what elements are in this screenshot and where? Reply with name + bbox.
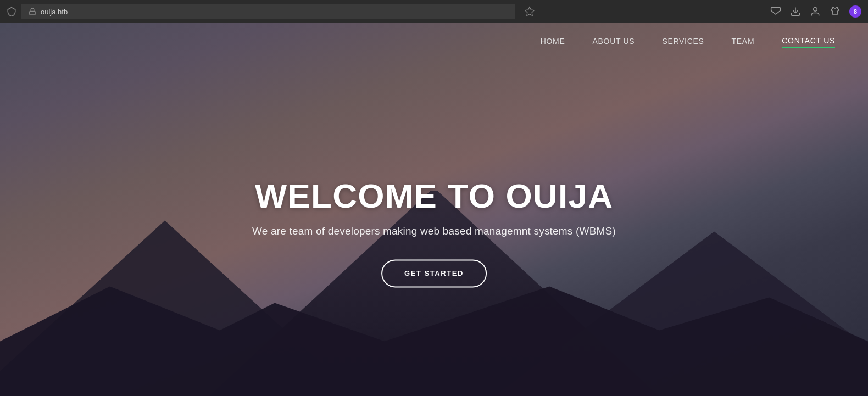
url-text: ouija.htb — [41, 8, 68, 16]
hero-content: WELCOME TO OUIJA We are team of develope… — [252, 176, 616, 287]
get-started-button[interactable]: GET STARTED — [381, 259, 487, 287]
nav-home[interactable]: HOME — [541, 37, 565, 48]
page-content: HOME ABOUT US SERVICES TEAM CONTACT US W… — [0, 23, 868, 396]
browser-actions: 8 — [770, 5, 861, 18]
address-bar[interactable]: ouija.htb — [21, 4, 515, 19]
nav-contact[interactable]: CONTACT US — [782, 36, 835, 48]
shield-icon — [7, 7, 16, 16]
download-icon[interactable] — [790, 6, 801, 17]
svg-point-3 — [814, 8, 817, 12]
lock-icon — [29, 8, 36, 15]
hero-subtitle: We are team of developers making web bas… — [252, 225, 616, 237]
bookmark-star-icon[interactable] — [524, 6, 535, 17]
browser-chrome: ouija.htb 8 — [0, 0, 868, 23]
profile-icon[interactable] — [810, 6, 821, 17]
hero-title: WELCOME TO OUIJA — [252, 176, 616, 215]
nav-about[interactable]: ABOUT US — [593, 37, 635, 48]
nav-links: HOME ABOUT US SERVICES TEAM CONTACT US — [541, 36, 835, 48]
svg-marker-1 — [525, 7, 535, 16]
svg-rect-0 — [30, 11, 36, 14]
notification-badge: 8 — [849, 5, 861, 18]
nav-services[interactable]: SERVICES — [662, 37, 704, 48]
navbar: HOME ABOUT US SERVICES TEAM CONTACT US — [0, 23, 868, 62]
nav-team[interactable]: TEAM — [732, 37, 755, 48]
pocket-icon[interactable] — [770, 6, 781, 17]
extensions-icon[interactable] — [830, 6, 841, 17]
